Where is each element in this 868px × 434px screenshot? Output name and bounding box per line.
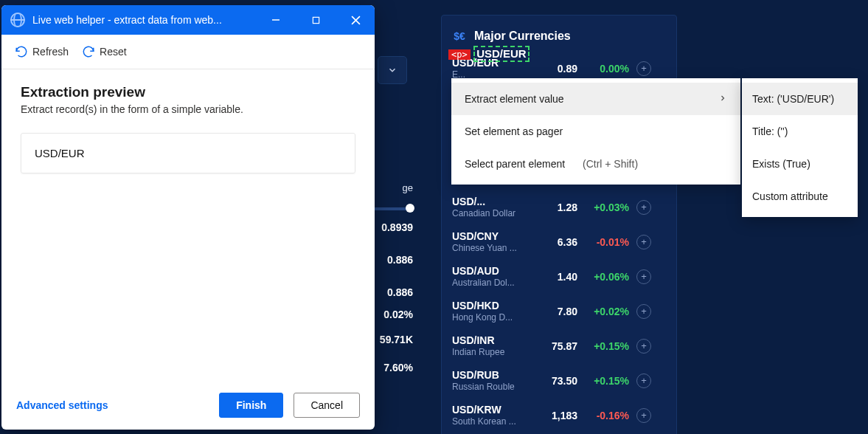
- preview-value: USD/EUR: [35, 147, 85, 159]
- submenu-item-label: Exists (True): [752, 158, 810, 170]
- currency-value: 6.36: [533, 236, 577, 248]
- submenu-item[interactable]: Custom attribute: [742, 180, 858, 213]
- panel-title: Major Currencies: [474, 30, 571, 43]
- currency-change: +0.06%: [577, 271, 629, 283]
- currency-pair: USD/HKD: [452, 300, 533, 312]
- refresh-label: Refresh: [32, 46, 69, 58]
- currency-desc: Canadian Dollar: [452, 208, 533, 218]
- currency-value: 1.28: [533, 202, 577, 213]
- highlight-text: USD/EUR: [476, 47, 527, 60]
- currency-change: +0.15%: [577, 340, 629, 352]
- context-menu: Extract element valueSet element as page…: [451, 78, 740, 185]
- submenu-item[interactable]: Text: ('USD/EUR'): [742, 83, 858, 115]
- add-icon[interactable]: +: [636, 61, 651, 76]
- menu-item[interactable]: Select parent element (Ctrl + Shift): [451, 148, 740, 180]
- reset-button[interactable]: Reset: [82, 45, 127, 58]
- currency-row[interactable]: USD/AUDAustralian Dol...1.40+0.06%+: [452, 259, 666, 294]
- titlebar: Live web helper - extract data from web.…: [1, 5, 375, 35]
- currency-row[interactable]: USD/HKDHong Kong D...7.80+0.02%+: [452, 294, 666, 328]
- window-title: Live web helper - extract data from web.…: [32, 14, 252, 26]
- currency-row[interactable]: USD/INRIndian Rupee75.87+0.15%+: [452, 328, 666, 363]
- dialog-body: Extraction preview Extract record(s) in …: [1, 69, 375, 381]
- currency-row[interactable]: USD/CNYChinese Yuan ...6.36-0.01%+: [452, 224, 666, 259]
- currency-pair: USD/RUB: [452, 369, 533, 382]
- element-highlight: <p> USD/EUR: [448, 46, 530, 62]
- stat-value: 0.886: [369, 254, 413, 266]
- currency-value: 1,183: [533, 410, 577, 421]
- currency-change: -0.01%: [577, 236, 629, 248]
- preview-card: USD/EUR: [21, 133, 355, 173]
- currency-pair: USD/...: [452, 196, 533, 208]
- currency-value: 75.87: [533, 340, 577, 352]
- menu-item[interactable]: Extract element value: [451, 83, 740, 115]
- add-icon[interactable]: +: [636, 304, 651, 319]
- extraction-subtitle: Extract record(s) in the form of a simpl…: [21, 103, 355, 115]
- currency-desc: Hong Kong D...: [452, 312, 533, 323]
- currency-row[interactable]: USD/RUBRussian Rouble73.50+0.15%+: [452, 363, 666, 398]
- stat-value: 0.8939: [369, 221, 413, 233]
- menu-item-label: Select parent element: [465, 158, 565, 170]
- add-icon[interactable]: +: [636, 200, 651, 215]
- context-submenu: Text: ('USD/EUR')Title: ('')Exists (True…: [742, 78, 858, 217]
- submenu-item[interactable]: Title: (''): [742, 115, 858, 148]
- dialog-toolbar: Refresh Reset: [1, 35, 375, 69]
- stat-value: 7.60%: [369, 362, 413, 373]
- highlight-tag: <p>: [448, 49, 471, 60]
- dropdown-chevron-box[interactable]: [378, 56, 407, 84]
- currency-desc: Russian Rouble: [452, 382, 533, 392]
- chevron-right-icon: [718, 93, 727, 105]
- close-button[interactable]: [339, 5, 372, 35]
- slider-thumb[interactable]: [406, 204, 414, 213]
- add-icon[interactable]: +: [636, 339, 651, 354]
- stat-value: 0.886: [369, 286, 413, 298]
- currency-value: 7.80: [533, 306, 577, 317]
- submenu-item-label: Custom attribute: [752, 190, 828, 202]
- currency-change: -0.16%: [577, 410, 629, 421]
- dialog-footer: Advanced settings Finish Cancel: [1, 381, 375, 430]
- range-label: ge: [369, 182, 413, 193]
- menu-item-label: Set element as pager: [465, 125, 563, 137]
- menu-item-hint: (Ctrl + Shift): [583, 158, 638, 170]
- add-icon[interactable]: +: [636, 235, 651, 249]
- cancel-button[interactable]: Cancel: [294, 393, 360, 418]
- range-slider-fragment: ge: [369, 182, 413, 213]
- add-icon[interactable]: +: [636, 269, 651, 284]
- currency-change: +0.03%: [577, 202, 629, 213]
- maximize-button[interactable]: [299, 5, 332, 35]
- menu-item-label: Extract element value: [465, 93, 564, 105]
- currency-pair: USD/KRW: [452, 404, 533, 416]
- currency-change: +0.02%: [577, 306, 629, 317]
- advanced-settings-link[interactable]: Advanced settings: [16, 399, 209, 411]
- currency-change: +0.15%: [577, 375, 629, 387]
- refresh-button[interactable]: Refresh: [15, 45, 69, 58]
- currency-change: 0.00%: [577, 63, 629, 75]
- stat-value: 0.02%: [369, 309, 413, 320]
- currency-desc: Australian Dol...: [452, 278, 533, 288]
- currency-pair: USD/AUD: [452, 265, 533, 278]
- submenu-item[interactable]: Exists (True): [742, 148, 858, 180]
- menu-item[interactable]: Set element as pager: [451, 115, 740, 148]
- currency-icon: $€: [452, 29, 467, 44]
- add-icon[interactable]: +: [636, 373, 651, 388]
- currency-value: 1.40: [533, 271, 577, 283]
- currency-desc: Chinese Yuan ...: [452, 243, 533, 253]
- live-web-helper-dialog: Live web helper - extract data from web.…: [1, 5, 375, 430]
- currency-desc: Indian Rupee: [452, 347, 533, 357]
- stat-value: 59.71K: [369, 334, 413, 345]
- currency-value: 73.50: [533, 375, 577, 387]
- add-icon[interactable]: +: [636, 408, 651, 423]
- currency-pair: USD/INR: [452, 334, 533, 347]
- minimize-button[interactable]: [260, 5, 292, 35]
- currency-value: 0.89: [533, 63, 577, 75]
- currency-desc: South Korean ...: [452, 416, 533, 427]
- svg-rect-1: [313, 17, 319, 23]
- finish-button[interactable]: Finish: [219, 393, 283, 418]
- globe-icon: [10, 13, 25, 27]
- submenu-item-label: Text: ('USD/EUR'): [752, 93, 834, 105]
- currency-row[interactable]: USD/...Canadian Dollar1.28+0.03%+: [452, 190, 666, 224]
- reset-label: Reset: [100, 46, 127, 58]
- extraction-heading: Extraction preview: [21, 84, 355, 100]
- currency-pair: USD/CNY: [452, 230, 533, 243]
- submenu-item-label: Title: (''): [752, 125, 788, 137]
- currency-row[interactable]: USD/KRWSouth Korean ...1,183-0.16%+: [452, 398, 666, 433]
